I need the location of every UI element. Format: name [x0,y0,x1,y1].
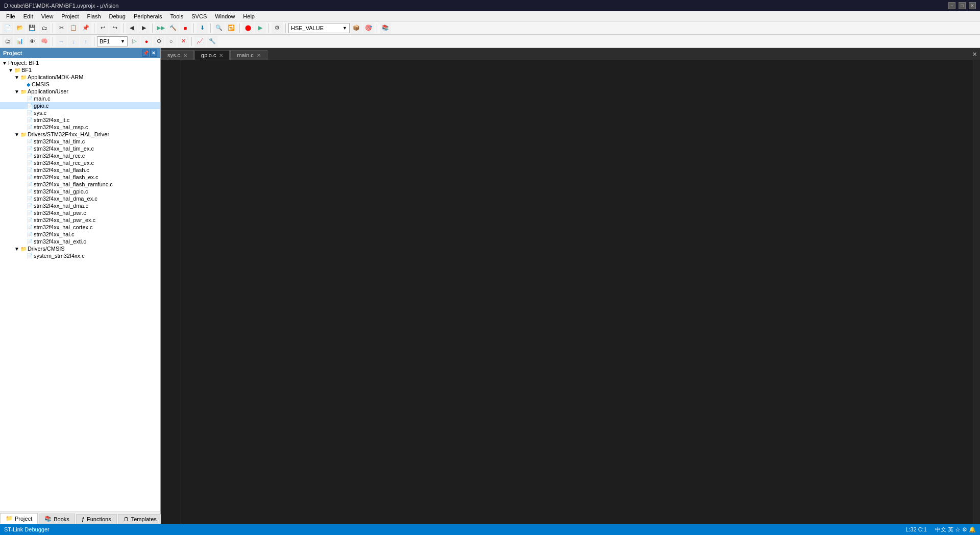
tree-file-rcc[interactable]: 📄 stm32f4xx_hal_rcc.c [0,152,160,159]
tree-file-exti[interactable]: 📄 stm32f4xx_hal_exti.c [0,238,160,245]
file-icon19: 📄 [27,232,33,237]
wrench-button[interactable]: 🔧 [207,36,218,47]
debug-run-button[interactable]: ▶ [255,22,266,34]
tree-folder-hal[interactable]: ▼ 📁 Drivers/STM32F4xx_HAL_Driver [0,131,160,138]
tree-file-flash[interactable]: 📄 stm32f4xx_hal_flash.c [0,166,160,174]
step-out-button[interactable]: ↑ [80,36,91,47]
tree-file-flash-ex[interactable]: 📄 stm32f4xx_hal_flash_ex.c [0,174,160,181]
show-watch-button[interactable]: 👁 [27,36,38,47]
tree-folder-mdk[interactable]: ▼ 📁 Application/MDK-ARM [0,74,160,81]
copy-button[interactable]: 📋 [68,22,79,34]
replace-button[interactable]: 🔁 [226,22,237,34]
tab-functions[interactable]: ƒ Functions [76,514,117,524]
tree-file-it[interactable]: 📄 stm32f4xx_it.c [0,116,160,124]
save-button[interactable]: 💾 [27,22,38,34]
show-registers-button[interactable]: 📊 [14,36,26,47]
file-icon: 📄 [27,96,33,102]
code-content[interactable] [181,60,973,524]
pin-button[interactable]: 📌 [142,50,149,57]
rebuild-button[interactable]: 🔨 [167,22,179,34]
hse-dropdown[interactable]: HSE_VALUE ▼ [288,23,350,33]
tab-main-close[interactable]: ✕ [257,53,261,58]
logic-analyzer-button[interactable]: 📈 [194,36,206,47]
tree-file-system[interactable]: 📄 system_stm32f4xx.c [0,252,160,259]
tree-file-pwr-ex[interactable]: 📄 stm32f4xx_hal_pwr_ex.c [0,216,160,224]
step-over-button[interactable]: → [56,36,67,47]
redo-button[interactable]: ↪ [109,22,120,34]
select-target-button[interactable]: 🎯 [363,22,374,34]
enable-breakpoint-button[interactable]: ⊙ [153,36,164,47]
new-file-button[interactable]: 📄 [2,22,13,34]
tree-file-rcc-ex[interactable]: 📄 stm32f4xx_hal_rcc_ex.c [0,159,160,166]
project-dropdown[interactable]: BF1 ▼ [97,36,128,46]
menu-project[interactable]: Project [57,12,83,20]
step-into-button[interactable]: ↓ [68,36,79,47]
undo-button[interactable]: ↩ [97,22,108,34]
tree-file-pwr[interactable]: 📄 stm32f4xx_hal_pwr.c [0,209,160,216]
forward-button[interactable]: ▶ [138,22,150,34]
tree-folder-user[interactable]: ▼ 📁 Application/User [0,88,160,95]
tree-file-msp[interactable]: 📄 stm32f4xx_hal_msp.c [0,124,160,131]
minimize-button[interactable]: − [948,2,955,9]
tab-templates[interactable]: 🗒 Templates [118,514,162,524]
back-button[interactable]: ◀ [126,22,137,34]
menu-view[interactable]: View [37,12,58,20]
disable-all-bp-button[interactable]: ○ [165,36,177,47]
open-file-button[interactable]: 📂 [14,22,26,34]
tab-gpio-close[interactable]: ✕ [219,53,223,58]
tree-file-dma[interactable]: 📄 stm32f4xx_hal_dma.c [0,202,160,209]
save-all-button[interactable]: 🗂 [39,22,50,34]
kill-all-bp-button[interactable]: ✕ [178,36,189,47]
menu-flash[interactable]: Flash [83,12,105,20]
batch-build-button[interactable]: 📦 [351,22,362,34]
target-options-button[interactable]: ⚙ [272,22,283,34]
tree-file-tim-ex[interactable]: 📄 stm32f4xx_hal_tim_ex.c [0,145,160,152]
tree-file-hal[interactable]: 📄 stm32f4xx_hal.c [0,231,160,238]
tab-books[interactable]: 📚 Books [39,514,75,524]
find-button[interactable]: 🔍 [213,22,225,34]
build-button[interactable]: ▶▶ [155,22,166,34]
menu-peripherals[interactable]: Peripherals [130,12,166,20]
start-debug-button[interactable]: ⬤ [242,22,254,34]
book-button[interactable]: 📚 [380,22,391,34]
tree-file-sys[interactable]: 📄 sys.c [0,109,160,116]
tree-project-bf1[interactable]: ▼ Project: BF1 [0,59,160,66]
sep1 [53,23,53,33]
close-button[interactable]: ✕ [969,2,976,9]
tree-file-tim[interactable]: 📄 stm32f4xx_hal_tim.c [0,138,160,145]
tab-sys[interactable]: sys.c ✕ [161,50,194,60]
tab-close-all-button[interactable]: ✕ [969,48,980,60]
menu-help[interactable]: Help [239,12,259,20]
show-memory-button[interactable]: 🧠 [39,36,50,47]
tree-cmsis[interactable]: ◆ CMSIS [0,81,160,88]
menu-svcs[interactable]: SVCS [187,12,211,20]
tab-gpio[interactable]: gpio.c ✕ [194,50,230,60]
tree-file-main[interactable]: 📄 main.c [0,95,160,102]
menu-window[interactable]: Window [211,12,239,20]
tree-file-cortex[interactable]: 📄 stm32f4xx_hal_cortex.c [0,224,160,231]
menu-edit[interactable]: Edit [19,12,37,20]
tree-file-dma-ex[interactable]: 📄 stm32f4xx_hal_dma_ex.c [0,195,160,202]
maximize-button[interactable]: □ [959,2,966,9]
tree-file-gpio-hal[interactable]: 📄 stm32f4xx_hal_gpio.c [0,188,160,195]
run-to-cursor-button[interactable]: ▷ [129,36,140,47]
editor-scrollbar[interactable] [973,60,980,524]
tab-project[interactable]: 📁 Project [0,513,38,524]
menu-tools[interactable]: Tools [166,12,188,20]
cut-button[interactable]: ✂ [56,22,67,34]
tab-main[interactable]: main.c ✕ [230,50,267,60]
paste-button[interactable]: 📌 [80,22,91,34]
tree-folder-cmsis[interactable]: ▼ 📁 Drivers/CMSIS [0,245,160,252]
tree-folder-bf1[interactable]: ▼ 📁 BF1 [0,66,160,74]
menu-debug[interactable]: Debug [105,12,130,20]
tree-file-gpio[interactable]: 📄 gpio.c [0,102,160,109]
menu-file[interactable]: File [2,12,19,20]
books-tab-label: Books [54,516,69,522]
stop-button[interactable]: ■ [180,22,191,34]
close-panel-button[interactable]: ✕ [150,50,157,57]
download-button[interactable]: ⬇ [197,22,208,34]
tree-file-flash-ramfunc[interactable]: 📄 stm32f4xx_hal_flash_ramfunc.c [0,181,160,188]
show-project-window-button[interactable]: 🗂 [2,36,13,47]
tab-sys-close[interactable]: ✕ [183,53,187,58]
insert-breakpoint-button[interactable]: ● [141,36,152,47]
